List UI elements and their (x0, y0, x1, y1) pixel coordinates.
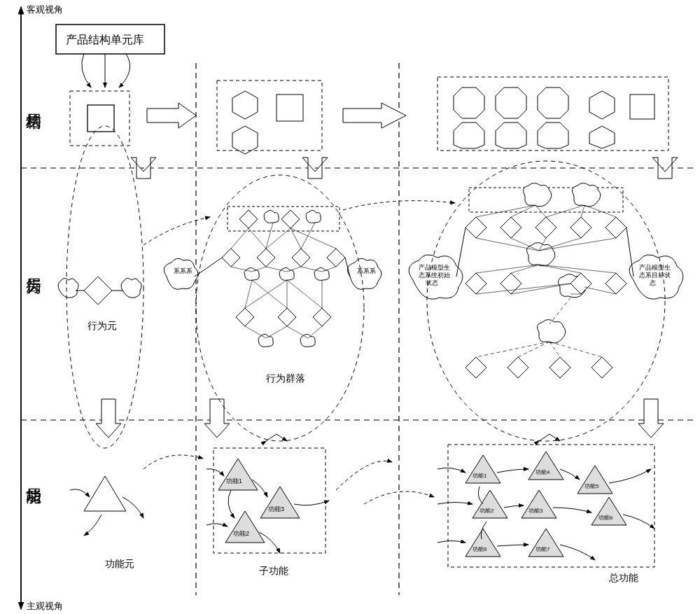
svg-line-97 (550, 342, 560, 357)
svg-marker-109 (225, 511, 265, 543)
svg-line-88 (511, 265, 539, 273)
svg-marker-75 (592, 357, 612, 378)
unit-library-label: 产品结构单元库 (66, 34, 144, 46)
col3-row3-label: 总功能 (608, 572, 638, 583)
svg-marker-20 (589, 126, 615, 148)
arrow-down-2 (204, 399, 230, 438)
svg-text:功能7: 功能7 (536, 546, 550, 552)
svg-line-80 (581, 205, 584, 217)
function-element (70, 476, 144, 536)
arrow-struct-2-3 (343, 103, 406, 128)
svg-marker-71 (606, 273, 626, 294)
svg-marker-68 (465, 273, 486, 294)
svg-marker-15 (589, 91, 615, 119)
svg-marker-33 (278, 308, 296, 326)
svg-marker-117 (472, 490, 507, 518)
svg-marker-23 (84, 277, 112, 305)
col1-row2-label: 行为元 (88, 320, 117, 331)
axis-top-label: 客观视角 (27, 4, 63, 15)
svg-line-50 (245, 280, 287, 308)
svg-text:功能1: 功能1 (472, 473, 487, 479)
diagram: 客观视角 主观视角 结构层 行为层 功能层 产品结构单元库 (0, 0, 700, 614)
svg-marker-111 (465, 455, 500, 483)
svg-text:功能3: 功能3 (528, 508, 543, 514)
svg-marker-21 (147, 103, 196, 128)
svg-text:功能2: 功能2 (479, 508, 494, 514)
layer1-label: 结构层 (26, 113, 42, 130)
svg-marker-113 (528, 452, 564, 480)
svg-marker-13 (496, 88, 526, 118)
svg-marker-18 (496, 123, 526, 148)
svg-line-99 (550, 298, 570, 324)
svg-marker-30 (292, 249, 310, 267)
svg-line-77 (511, 205, 536, 217)
svg-line-52 (287, 280, 322, 308)
svg-text:系系系: 系系系 (174, 267, 192, 274)
svg-marker-27 (281, 210, 300, 228)
svg-text:功能3: 功能3 (268, 505, 284, 512)
svg-marker-19 (538, 123, 568, 148)
svg-marker-105 (218, 459, 258, 490)
struct-box-1 (70, 91, 130, 146)
svg-line-102 (456, 228, 465, 277)
svg-line-89 (539, 265, 581, 273)
col2-row3-label: 子功能 (259, 565, 288, 576)
svg-marker-12 (454, 88, 484, 118)
subfunctions: 功能1 功能3 功能2 (206, 459, 329, 553)
col2-row2-label: 行为群落 (266, 372, 305, 384)
svg-marker-67 (606, 217, 626, 238)
svg-marker-14 (538, 88, 568, 118)
svg-line-95 (476, 342, 550, 357)
svg-marker-29 (257, 249, 275, 267)
svg-marker-107 (260, 487, 300, 518)
svg-text:功能4: 功能4 (536, 469, 550, 475)
svg-marker-31 (327, 249, 345, 267)
struct-box-3 (438, 77, 668, 151)
svg-text:功能1: 功能1 (226, 477, 242, 484)
col1-row3-label: 功能元 (105, 558, 134, 569)
axis-bottom-label: 主观视角 (27, 601, 63, 611)
svg-marker-9 (232, 91, 258, 119)
svg-line-76 (476, 205, 536, 217)
svg-line-90 (539, 265, 616, 273)
svg-line-87 (476, 265, 539, 273)
behavior-element (58, 277, 141, 305)
svg-line-81 (584, 205, 616, 217)
svg-marker-28 (222, 249, 240, 267)
svg-marker-115 (578, 466, 612, 494)
svg-text:系系系: 系系系 (357, 267, 376, 274)
svg-line-82 (476, 238, 539, 251)
svg-text:功能6: 功能6 (598, 515, 613, 521)
svg-marker-121 (592, 497, 626, 525)
svg-marker-66 (570, 217, 592, 238)
svg-marker-22 (343, 103, 406, 128)
svg-line-96 (518, 342, 550, 357)
svg-line-41 (301, 223, 315, 249)
svg-marker-125 (528, 529, 564, 557)
svg-line-56 (287, 326, 308, 338)
svg-line-40 (266, 223, 273, 249)
svg-marker-11 (232, 126, 258, 154)
svg-marker-119 (522, 490, 556, 518)
svg-text:功能8: 功能8 (472, 546, 487, 552)
svg-marker-65 (536, 217, 556, 238)
svg-text:功能2: 功能2 (233, 530, 249, 537)
svg-line-57 (308, 326, 322, 338)
svg-line-78 (536, 205, 546, 217)
arrow-down-1 (96, 399, 121, 438)
svg-line-98 (550, 342, 602, 357)
svg-marker-34 (313, 308, 331, 326)
svg-marker-17 (454, 123, 484, 148)
svg-line-54 (245, 326, 266, 338)
svg-line-79 (546, 205, 584, 217)
svg-marker-104 (84, 476, 126, 511)
svg-line-86 (539, 238, 616, 251)
svg-marker-26 (239, 210, 258, 228)
arrow-struct-1-2 (147, 103, 196, 128)
svg-line-49 (252, 280, 287, 308)
svg-marker-72 (465, 357, 486, 378)
svg-line-91 (476, 284, 570, 294)
arrow-down-3 (638, 399, 664, 438)
layer3-label: 功能层 (26, 488, 41, 504)
svg-line-85 (539, 238, 581, 251)
